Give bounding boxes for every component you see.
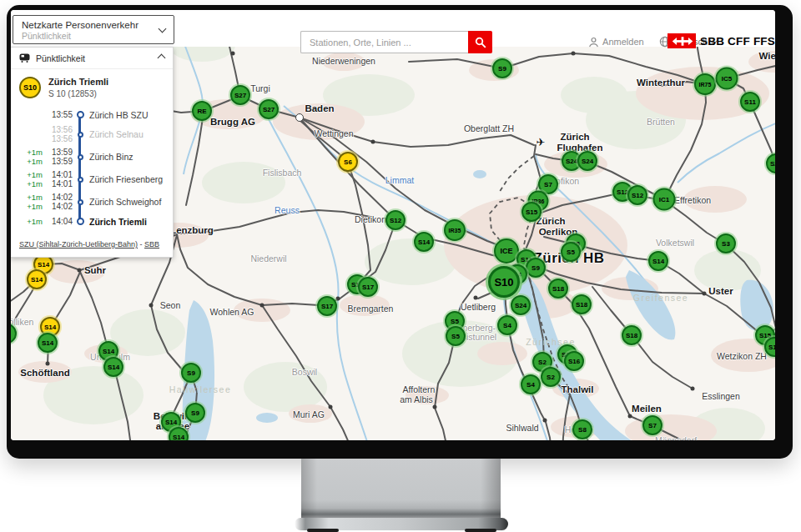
map-label: Brugg AG [210,117,255,127]
station-marker[interactable] [336,297,340,301]
map-label: Baden [305,103,334,113]
stop-row[interactable]: +1m+1m13:5913:59Zürich Binz [16,148,168,166]
line-badge-s17[interactable]: S17 [317,296,337,316]
login-link[interactable]: Anmelden [588,37,644,48]
station-marker[interactable] [260,304,264,308]
map-label: Volketswil [656,238,694,248]
station-search [300,31,492,53]
station-marker[interactable] [149,304,154,308]
station-marker[interactable] [691,387,695,391]
line-badge-ic5[interactable]: IC5 [716,68,738,90]
line-badge-s14[interactable]: S14 [38,333,58,353]
line-badge-s4[interactable]: S4 [497,315,517,335]
stop-name: Zürich Schweighof [88,197,168,207]
stop-name: Zürich Triemli [88,217,168,227]
line-badge-s2[interactable]: S2 [541,367,561,387]
timeline-stop-dot [77,218,84,225]
map-label: Fislisbach [263,168,302,178]
footer-link-1[interactable]: SBB [144,240,159,248]
line-badge-s14[interactable]: S14 [414,232,434,252]
line-badge-s18[interactable]: S18 [622,325,642,345]
timeline-stop-dot [78,132,83,138]
stop-time: 13:55 [43,110,73,119]
station-marker[interactable] [572,52,576,56]
line-badge-s9[interactable]: S9 [181,363,201,383]
stop-row[interactable]: +1m+1m14:0114:01Zürich Friesenberg [16,170,168,188]
stop-row[interactable]: +1m+1m14:0214:02Zürich Schweighof [16,193,168,211]
line-badge-s4[interactable]: S4 [521,374,541,394]
screen-content: NiederweningenTurgiBadenBrugg AGWettinge… [11,10,775,440]
line-badge-s12[interactable]: S12 [627,185,647,205]
map-label: Muri AG [293,409,325,419]
station-marker[interactable] [231,52,235,56]
line-badge-s9[interactable]: S9 [492,58,512,78]
station-marker[interactable] [433,405,437,409]
line-badge-s14[interactable]: S14 [27,269,47,289]
stop-row[interactable]: 13:5613:56Zürich Selnau [16,125,168,143]
line-badge-s17[interactable]: S17 [358,277,378,297]
panel-header[interactable]: Pünktlichkeit [11,48,173,69]
line-badge-ir75[interactable]: IR75 [694,73,716,95]
map-label: Suhr [84,265,106,275]
line-badge-s15[interactable]: S15 [521,202,542,222]
station-marker[interactable] [371,140,375,144]
map-label: Oberglatt ZH [464,123,514,133]
line-badge-ic1[interactable]: IC1 [653,188,676,211]
footer-link-0[interactable]: SZU (Sihltal-Zürich-Uetliberg-Bahn) [19,240,138,248]
stop-list: 13:55Zürich HB SZU13:5613:56Zürich Selna… [11,102,173,233]
stop-time: 14:0214:02 [43,193,73,211]
chevron-up-icon[interactable] [158,54,166,63]
stop-row[interactable]: +1m14:04Zürich Triemli [16,215,168,228]
stop-delay: +1m+1m [16,148,43,166]
search-button[interactable] [468,31,492,53]
line-badge-ir35[interactable]: IR35 [444,219,466,241]
brand-wordmark: SBB CFF FFS [700,35,775,48]
line-badge-s5[interactable]: S5 [561,242,581,262]
line-badge-s16[interactable]: S16 [564,351,584,371]
line-badge-s3[interactable]: S3 [716,233,736,253]
station-marker[interactable] [46,362,50,366]
line-badge-s7[interactable]: S7 [642,415,662,435]
stop-delay: +1m+1m [16,193,43,211]
timeline-stop-dot [78,177,83,183]
line-badge-s18[interactable]: S18 [572,294,592,314]
line-badge-s10[interactable]: S10 [488,266,520,298]
line-badge-s6[interactable]: S6 [338,152,358,172]
map-label: Kölliken [11,317,33,327]
line-badge-s27[interactable]: S27 [259,99,279,119]
layer-dropdown[interactable]: Netzkarte Personenverkehr Pünktlichkeit [13,15,174,44]
search-input[interactable] [300,31,468,53]
map-label: Uster [708,286,733,296]
timeline-stop-dot [78,199,83,205]
line-badge-s27[interactable]: S27 [230,85,250,105]
line-badge-s9[interactable]: S9 [185,403,205,423]
station-marker[interactable] [474,296,478,300]
line-badge-s14[interactable]: S14 [103,357,123,377]
station-marker[interactable] [295,113,304,122]
station-marker[interactable] [329,405,333,409]
line-badge-ice[interactable]: ICE [494,238,519,263]
line-badge-s14[interactable]: S14 [648,251,668,271]
line-badge-s11[interactable]: S11 [740,92,760,112]
line-badge-s5[interactable]: S5 [446,326,466,346]
line-badge-s24[interactable]: S24 [511,295,531,315]
line-badge-s24[interactable]: S24 [577,151,597,171]
map-label: Thalwil [562,384,594,394]
line-badge-s18[interactable]: S18 [548,279,568,299]
station-marker[interactable] [628,414,632,419]
map-label: Reuss [275,205,300,215]
station-marker[interactable] [543,419,547,423]
line-badge-s8[interactable]: S8 [572,419,592,439]
stop-name: Zürich Selnau [88,129,168,139]
map-label: Meilen [632,404,662,414]
line-badge-s9[interactable]: S9 [526,258,546,278]
map-label: Zürich [560,132,589,142]
line-badge-s12[interactable]: S12 [385,210,406,230]
station-marker[interactable] [703,292,707,296]
sbb-logo[interactable]: SBB CFF FFS [668,33,775,48]
map-label: Sihlwald [506,423,538,433]
stop-name: Zürich HB SZU [88,110,168,120]
line-badge-re[interactable]: RE [192,101,212,121]
station-marker[interactable] [78,269,82,273]
stop-row[interactable]: 13:55Zürich HB SZU [16,108,168,121]
